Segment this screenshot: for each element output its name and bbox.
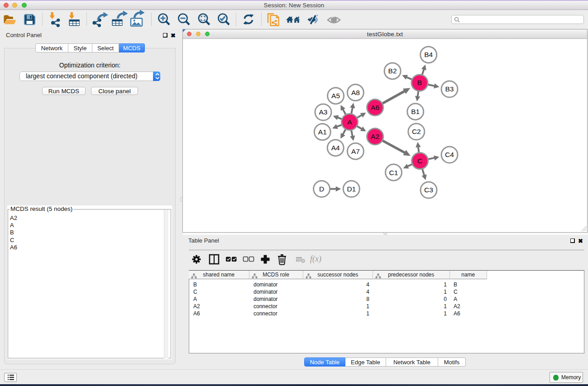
- svg-text:A5: A5: [331, 92, 340, 100]
- svg-text:B4: B4: [424, 51, 433, 58]
- svg-text:A7: A7: [351, 148, 360, 155]
- svg-text:A6: A6: [371, 104, 379, 111]
- svg-text:B2: B2: [388, 67, 397, 75]
- svg-text:C2: C2: [412, 128, 421, 135]
- svg-text:A3: A3: [319, 108, 328, 116]
- svg-text:C3: C3: [424, 186, 433, 194]
- svg-text:C4: C4: [445, 151, 454, 158]
- svg-text:A1: A1: [318, 128, 327, 136]
- svg-text:A4: A4: [331, 144, 340, 152]
- svg-text:B: B: [417, 79, 422, 86]
- svg-text:D: D: [319, 185, 324, 193]
- svg-text:A2: A2: [371, 133, 379, 140]
- svg-text:A8: A8: [351, 89, 360, 96]
- svg-text:C1: C1: [389, 169, 398, 176]
- svg-text:B3: B3: [445, 85, 454, 93]
- svg-text:A: A: [347, 118, 352, 126]
- svg-text:C: C: [417, 157, 422, 165]
- svg-text:D1: D1: [347, 185, 356, 193]
- svg-text:B1: B1: [411, 108, 420, 115]
